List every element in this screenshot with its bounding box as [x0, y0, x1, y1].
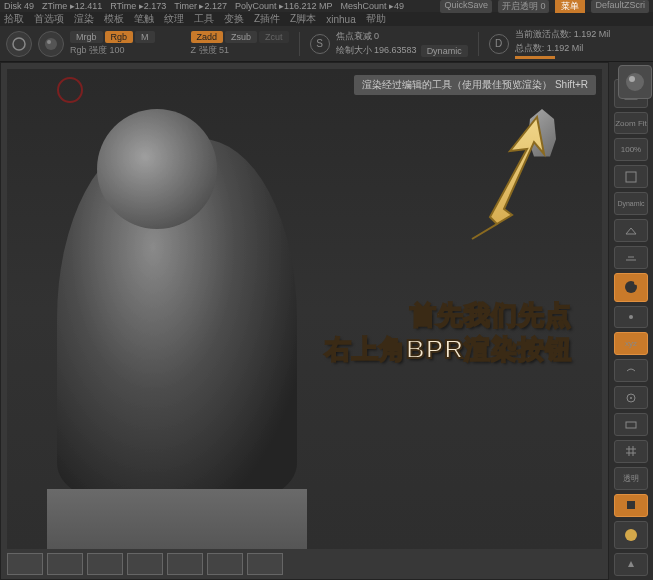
menu-xinhua[interactable]: xinhua	[326, 14, 355, 25]
svg-point-3	[626, 73, 644, 91]
viewport[interactable]: 渲染经过编辑的工具（使用最佳预览渲染） Shift+R 首先我们先点 右上角BP…	[0, 62, 609, 580]
dynamic-toggle[interactable]: Dynamic	[421, 45, 468, 57]
sidebar-xyz-button[interactable]: xyz	[614, 332, 648, 355]
draw-size-label[interactable]: 绘制大小 196.63583	[336, 44, 417, 57]
focal-shift-icon[interactable]: S	[310, 34, 330, 54]
meshcount-stat: MeshCount ▸49	[341, 1, 405, 11]
thumbnail[interactable]	[247, 553, 283, 575]
menu-button[interactable]: 菜单	[555, 0, 585, 13]
sidebar-100-button[interactable]: 100%	[614, 138, 648, 161]
bpr-tooltip: 渲染经过编辑的工具（使用最佳预览渲染） Shift+R	[354, 75, 596, 95]
rgb-toggle[interactable]: Rgb	[105, 31, 134, 43]
quicksave-button[interactable]: QuickSave	[440, 0, 492, 13]
menu-bar: 拾取 首选项 渲染 模板 笔触 纹理 工具 变换 Z插件 Z脚本 xinhua …	[0, 12, 653, 26]
sidebar-local-button[interactable]	[614, 306, 648, 329]
sidebar-extra-button[interactable]	[614, 553, 648, 576]
disk-stat: Disk 49	[4, 1, 34, 11]
sidebar-frame-button[interactable]	[614, 413, 648, 436]
menu-stencil[interactable]: 模板	[104, 12, 124, 26]
ztime-stat: ZTime ▸12.411	[42, 1, 102, 11]
bpr-render-button[interactable]	[618, 65, 652, 99]
subtool-preview[interactable]	[522, 109, 572, 169]
zsub-toggle[interactable]: Zsub	[225, 31, 257, 43]
menu-transform[interactable]: 变换	[224, 12, 244, 26]
thumbnail[interactable]	[7, 553, 43, 575]
svg-point-11	[629, 315, 633, 319]
right-sidebar: 子修改 Zoom Fit 100% Dynamic xyz 透明	[609, 62, 653, 580]
menu-texture[interactable]: 纹理	[164, 12, 184, 26]
sidebar-actual-button[interactable]	[614, 165, 648, 188]
instruction-line-1: 首先我们先点	[325, 299, 572, 333]
thumbnail[interactable]	[87, 553, 123, 575]
menu-tool[interactable]: 工具	[194, 12, 214, 26]
sidebar-polyframe-button[interactable]	[614, 494, 648, 517]
sidebar-grid-button[interactable]	[614, 440, 648, 463]
default-script[interactable]: DefaultZScri	[591, 0, 649, 13]
sidebar-target-button[interactable]	[614, 386, 648, 409]
svg-point-10	[634, 281, 638, 285]
menu-preferences[interactable]: 首选项	[34, 12, 64, 26]
sidebar-floor-button[interactable]	[614, 246, 648, 269]
sculpture-model[interactable]	[37, 139, 337, 549]
svg-rect-14	[626, 422, 636, 428]
m-toggle[interactable]: M	[135, 31, 155, 43]
menu-pick[interactable]: 拾取	[4, 12, 24, 26]
sidebar-persp-button[interactable]	[614, 219, 648, 242]
svg-point-2	[47, 40, 51, 44]
svg-point-13	[630, 397, 632, 399]
focal-shift-label[interactable]: 焦点衰减 0	[336, 30, 468, 43]
instruction-overlay: 首先我们先点 右上角BPR渲染按钮	[325, 299, 572, 367]
material-button[interactable]	[38, 31, 64, 57]
thumbnail[interactable]	[127, 553, 163, 575]
instruction-line-2: 右上角BPR渲染按钮	[325, 333, 572, 367]
brush-button[interactable]	[6, 31, 32, 57]
menu-help[interactable]: 帮助	[366, 12, 386, 26]
sidebar-material-button[interactable]	[614, 521, 648, 550]
progress-bar	[515, 56, 555, 59]
sidebar-zoom-button[interactable]: Zoom Fit	[614, 112, 648, 135]
status-bar: Disk 49 ZTime ▸12.411 RTime ▸2.173 Timer…	[0, 0, 653, 12]
timer-stat: Timer ▸2.127	[174, 1, 227, 11]
transparency-toggle[interactable]: 开启透明 0	[498, 0, 550, 13]
sidebar-he-button[interactable]	[614, 359, 648, 382]
menu-stroke[interactable]: 笔触	[134, 12, 154, 26]
sidebar-dynamic-button[interactable]: Dynamic	[614, 192, 648, 215]
polycount-stat: PolyCount ▸116.212 MP	[235, 1, 333, 11]
sidebar-bpr-button[interactable]	[614, 273, 648, 302]
sidebar-transparent-button[interactable]: 透明	[614, 467, 648, 490]
svg-point-0	[13, 38, 25, 50]
mrgb-toggle[interactable]: Mrgb	[70, 31, 103, 43]
d-icon[interactable]: D	[489, 34, 509, 54]
svg-point-1	[45, 38, 57, 50]
active-points-label: 当前激活点数: 1.192 Mil	[515, 28, 611, 41]
rgb-intensity-slider[interactable]: Rgb 强度 100	[70, 44, 155, 57]
top-toolbar: Mrgb Rgb M Rgb 强度 100 Zadd Zsub Zcut Z 强…	[0, 26, 653, 62]
zadd-toggle[interactable]: Zadd	[191, 31, 224, 43]
thumbnail-strip	[7, 553, 602, 577]
svg-rect-15	[627, 501, 635, 509]
z-intensity-slider[interactable]: Z 强度 51	[191, 44, 289, 57]
thumbnail[interactable]	[207, 553, 243, 575]
zcut-toggle[interactable]: Zcut	[259, 31, 289, 43]
cursor-indicator	[57, 77, 83, 103]
total-points-label: 总点数: 1.192 Mil	[515, 42, 584, 55]
svg-point-4	[629, 76, 635, 82]
thumbnail[interactable]	[47, 553, 83, 575]
menu-zplugin[interactable]: Z插件	[254, 12, 280, 26]
thumbnail[interactable]	[167, 553, 203, 575]
menu-render[interactable]: 渲染	[74, 12, 94, 26]
rtime-stat: RTime ▸2.173	[110, 1, 166, 11]
svg-point-16	[625, 529, 637, 541]
menu-zscript[interactable]: Z脚本	[290, 12, 316, 26]
svg-rect-6	[626, 172, 636, 182]
